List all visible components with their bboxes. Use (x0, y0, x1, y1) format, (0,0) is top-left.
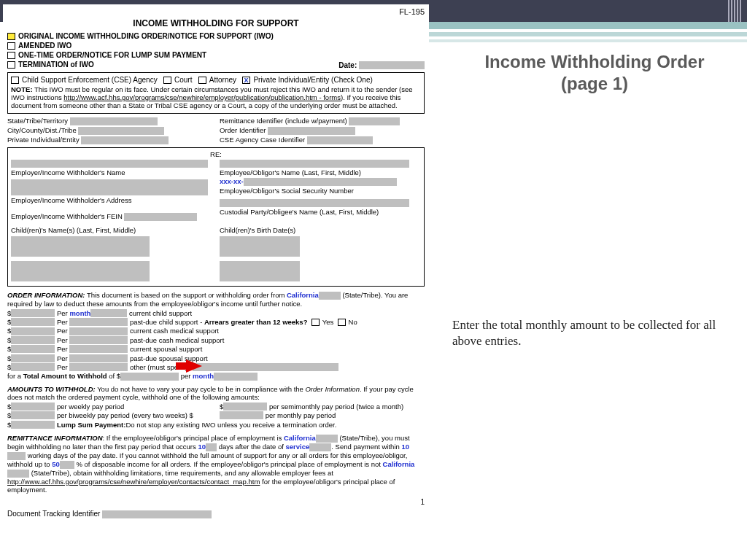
field-emp-name[interactable] (11, 160, 208, 168)
field-emp-addr[interactable] (11, 179, 208, 195)
field-child-dob[interactable] (220, 236, 300, 257)
decor-stripe (423, 32, 747, 36)
checkbox-private[interactable] (242, 77, 250, 84)
decor-stripe (423, 22, 747, 29)
decor-stripe (423, 39, 747, 42)
checkbox-termination[interactable] (7, 61, 15, 69)
page-number: 1 (7, 498, 425, 507)
field-cust-name[interactable] (220, 199, 409, 207)
amt-css[interactable] (11, 345, 55, 353)
amt-total[interactable] (120, 373, 179, 381)
slide-title: Income Withholding Order (page 1) (452, 51, 737, 95)
note-link[interactable]: http://www.acf.hhs.gov/programs/cse/newh… (63, 93, 341, 101)
amt-lump[interactable] (11, 421, 55, 429)
date-field[interactable] (359, 61, 425, 69)
arrow-icon (186, 359, 202, 373)
form-title: INCOME WITHHOLDING FOR SUPPORT (7, 18, 425, 28)
amt-pms[interactable] (11, 336, 55, 344)
amt-semimonthly[interactable] (223, 402, 267, 411)
field-priv[interactable] (81, 136, 169, 144)
field-fein[interactable] (124, 213, 197, 221)
field-ssn[interactable] (244, 178, 397, 186)
field-child-dob[interactable] (220, 261, 300, 281)
checkbox-original[interactable] (7, 33, 15, 40)
checkbox-court[interactable] (163, 77, 171, 84)
checkbox-amended[interactable] (7, 42, 15, 50)
field-remit[interactable] (349, 117, 400, 125)
sender-box: Child Support Enforcement (CSE) Agency C… (7, 72, 425, 114)
amt-cms[interactable] (11, 327, 55, 335)
field-order[interactable] (268, 127, 355, 135)
parties-box: RE: Employer/Income Withholder's Name Em… (7, 147, 425, 287)
checkbox-attorney[interactable] (198, 77, 206, 84)
amt-pss[interactable] (11, 354, 55, 362)
field-city[interactable] (78, 127, 164, 135)
amt-other[interactable] (11, 363, 55, 371)
checkbox-cse[interactable] (11, 77, 19, 84)
checkbox-onetime[interactable] (7, 52, 15, 59)
amt-pcs[interactable] (11, 318, 55, 326)
field-state[interactable] (70, 117, 158, 125)
amt-ccs[interactable] (11, 309, 55, 317)
slide-caption: Enter the total monthly amount to be col… (452, 317, 737, 349)
field-cseid[interactable] (307, 136, 373, 144)
chk-arrears-yes[interactable] (311, 319, 320, 326)
form-code: FL-195 (7, 7, 425, 17)
field-obl-name[interactable] (220, 160, 409, 168)
iwo-form: FL-195 INCOME WITHHOLDING FOR SUPPORT OR… (3, 4, 429, 526)
amt-weekly[interactable] (11, 402, 55, 411)
remit-link[interactable]: http://www.acf.hhs.gov/programs/cse/newh… (7, 478, 260, 486)
field-child-names[interactable] (11, 261, 150, 281)
amt-monthly[interactable] (220, 411, 263, 419)
decor-vert-bars (728, 0, 743, 22)
chk-arrears-no[interactable] (338, 319, 346, 326)
field-tracking[interactable] (102, 510, 212, 518)
field-child-names[interactable] (11, 236, 150, 257)
amt-biweekly[interactable] (11, 411, 55, 419)
